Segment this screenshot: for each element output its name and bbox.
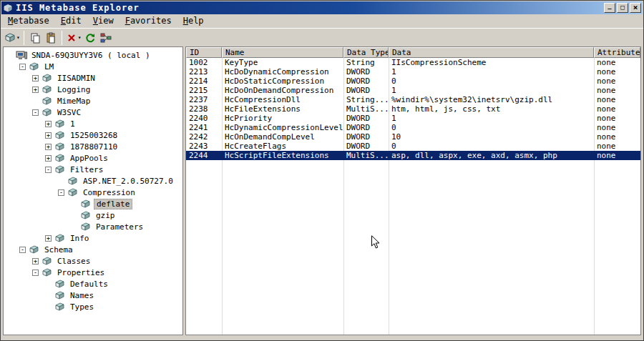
column-header-id[interactable]: ID — [186, 47, 222, 58]
refresh-button[interactable] — [82, 30, 98, 46]
collapse-icon[interactable]: - — [45, 167, 52, 173]
tree-item-w3svc[interactable]: -W3SVC — [4, 107, 182, 118]
collapse-icon[interactable]: - — [19, 64, 26, 70]
tree-item-deflate[interactable]: deflate — [4, 198, 182, 209]
tree-item-gzip[interactable]: gzip — [4, 209, 182, 221]
tree-item-classes[interactable]: +Classes — [4, 255, 182, 267]
expand-icon[interactable]: + — [45, 144, 52, 150]
table-row-2214[interactable]: 2214HcDoStaticCompressionDWORD0none — [186, 76, 640, 86]
tree-item-label: IISADMIN — [55, 74, 97, 83]
expand-icon[interactable]: + — [45, 121, 52, 127]
table-row-2215[interactable]: 2215HcDoOnDemandCompressionDWORD1none — [186, 86, 640, 95]
menu-item-metabase[interactable]: Metabase — [2, 15, 55, 27]
menu-item-favorites[interactable]: Favorites — [119, 15, 177, 27]
menu-item-help[interactable]: Help — [177, 15, 210, 27]
column-header-name[interactable]: Name — [222, 47, 343, 58]
refresh-icon — [84, 32, 96, 44]
tree-item-properties[interactable]: -Properties — [4, 267, 182, 278]
column-header-data[interactable]: Data — [389, 47, 594, 58]
cell-type: DWORD — [343, 114, 389, 123]
table-row-2244[interactable]: 2244HcScriptFileExtensionsMultiS...asp, … — [186, 151, 640, 160]
collapse-icon[interactable]: - — [19, 247, 26, 253]
paste-button[interactable] — [43, 30, 59, 46]
close-button[interactable]: × — [630, 3, 641, 13]
tree-item-snda-69q3uyy3v6-local[interactable]: SNDA-69Q3UYY3V6 ( local ) — [4, 49, 182, 61]
table-row-2240[interactable]: 2240HcPriorityDWORD1none — [186, 114, 640, 123]
menu-item-view[interactable]: View — [87, 15, 119, 27]
connect-button[interactable]: ▾ — [4, 30, 21, 46]
tree-item-label: SNDA-69Q3UYY3V6 ( local ) — [29, 51, 152, 60]
title-bar[interactable]: IIS Metabase Explorer _ □ × — [1, 1, 643, 14]
key-icon — [54, 234, 66, 243]
table-row-2243[interactable]: 2243HcCreateFlagsDWORD0none — [186, 142, 640, 151]
expand-icon[interactable]: + — [45, 235, 52, 242]
table-header: IDNameData TypeDataAttributes — [186, 47, 640, 58]
copy-button[interactable] — [27, 30, 43, 46]
properties-list[interactable]: IDNameData TypeDataAttributes 1002KeyTyp… — [185, 46, 641, 335]
tree-item-types[interactable]: Types — [4, 301, 182, 312]
column-header-data-type[interactable]: Data Type — [343, 47, 389, 58]
tree-item-iisadmin[interactable]: +IISADMIN — [4, 72, 182, 84]
tree-item-label: Names — [68, 291, 96, 300]
tree-item-defaults[interactable]: Defaults — [4, 278, 182, 290]
cell-data: htm, html, js, css, txt — [389, 104, 594, 114]
tree-item-mimemap[interactable]: MimeMap — [4, 95, 182, 107]
key-icon — [42, 268, 53, 277]
dropdown-caret-icon[interactable]: ▾ — [16, 34, 20, 41]
copy-icon — [29, 32, 41, 44]
cell-id: 2240 — [186, 114, 222, 123]
tree-item-schema[interactable]: -Schema — [4, 244, 182, 255]
tree-item-label: Types — [68, 302, 96, 312]
tree-item-1878807110[interactable]: +1878807110 — [4, 141, 182, 152]
tree-item-label: Logging — [55, 85, 92, 94]
cell-id: 2243 — [186, 142, 222, 151]
table-row-2237[interactable]: 2237HcCompressionDllString...%windir%\sy… — [186, 95, 640, 104]
table-row-2213[interactable]: 2213HcDoDynamicCompressionDWORD1none — [186, 67, 640, 76]
cell-data: 1 — [389, 114, 594, 123]
maximize-button[interactable]: □ — [617, 3, 628, 13]
cell-attributes: none — [594, 142, 640, 151]
tree-item-asp-net-2-0-50727-0[interactable]: ASP.NET_2.0.50727.0 — [4, 175, 182, 187]
tree-item-label: deflate — [94, 199, 132, 209]
expand-icon[interactable]: + — [32, 75, 39, 81]
connect-icon — [4, 32, 16, 44]
tree-item-filters[interactable]: -Filters — [4, 164, 182, 175]
cell-data: 10 — [389, 132, 594, 142]
table-row-2238[interactable]: 2238HcFileExtensionsMultiS...htm, html, … — [186, 104, 640, 114]
cell-type: DWORD — [343, 142, 389, 151]
tree-item-info[interactable]: +Info — [4, 232, 182, 244]
expand-icon[interactable]: + — [32, 258, 39, 265]
table-row-1002[interactable]: 1002KeyTypeStringIIsCompressionSchemenon… — [186, 58, 640, 67]
collapse-icon[interactable]: - — [58, 189, 64, 196]
tree-item-compression[interactable]: -Compression — [4, 187, 182, 198]
cell-data: IIsCompressionScheme — [389, 58, 594, 67]
expand-icon[interactable]: + — [45, 132, 52, 139]
tree-item-parameters[interactable]: Parameters — [4, 221, 182, 232]
tree-item-apppools[interactable]: +AppPools — [4, 152, 182, 164]
column-header-attributes[interactable]: Attributes — [594, 47, 640, 58]
delete-button[interactable]: ▾ — [65, 30, 82, 46]
table-row-2242[interactable]: 2242HcOnDemandCompLevelDWORD10none — [186, 132, 640, 142]
key-icon — [80, 211, 92, 220]
table-row-2241[interactable]: 2241HcDynamicCompressionLevelDWORD0none — [186, 123, 640, 132]
mouse-cursor — [371, 235, 380, 252]
network-button[interactable] — [98, 30, 114, 46]
minimize-button[interactable]: _ — [604, 3, 615, 13]
cell-name: HcDoOnDemandCompression — [222, 86, 343, 95]
collapse-icon[interactable]: - — [32, 270, 39, 276]
dropdown-caret-icon[interactable]: ▾ — [78, 34, 82, 41]
collapse-icon[interactable]: - — [32, 109, 39, 116]
tree-item-label: 1 — [68, 119, 77, 129]
expand-icon[interactable]: + — [32, 87, 39, 93]
cell-type: String... — [343, 95, 389, 104]
tree-item-lm[interactable]: -LM — [4, 61, 182, 72]
tree-item-1525003268[interactable]: +1525003268 — [4, 129, 182, 141]
tree-item-logging[interactable]: +Logging — [4, 84, 182, 95]
cell-name: HcCompressionDll — [222, 95, 343, 104]
tree-item-1[interactable]: +1 — [4, 118, 182, 129]
menu-item-edit[interactable]: Edit — [55, 15, 87, 27]
metabase-tree[interactable]: SNDA-69Q3UYY3V6 ( local )-LM+IISADMIN+Lo… — [3, 46, 183, 335]
expand-icon[interactable]: + — [45, 155, 52, 162]
tree-item-names[interactable]: Names — [4, 290, 182, 301]
key-icon — [54, 291, 66, 300]
